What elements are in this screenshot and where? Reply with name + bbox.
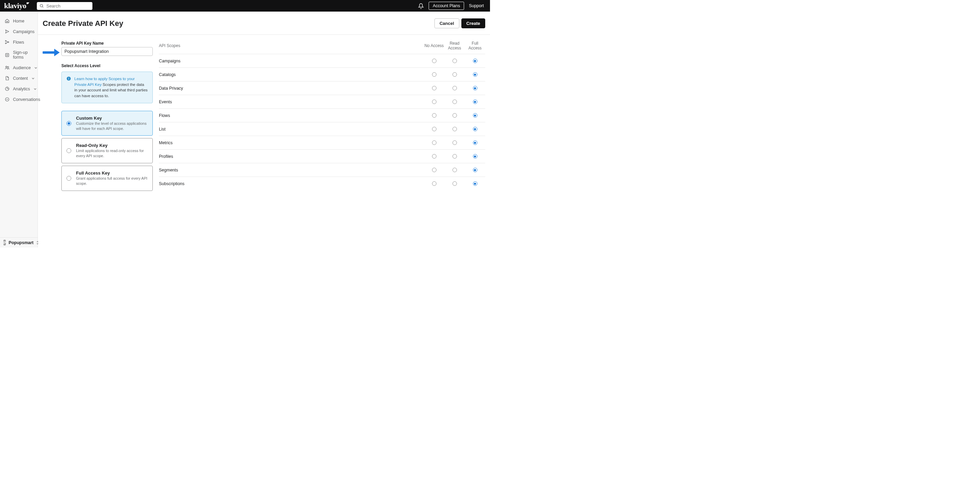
sidebar-item-label: Audience — [13, 65, 31, 70]
cancel-button[interactable]: Cancel — [434, 18, 459, 28]
scope-name: Flows — [159, 113, 424, 118]
scope-radio[interactable] — [473, 72, 477, 77]
scope-radio[interactable] — [473, 113, 477, 118]
sidebar-item-analytics[interactable]: Analytics — [0, 84, 38, 94]
sidebar-item-conversations[interactable]: Conversations — [0, 94, 38, 105]
card-title: Full Access Key — [76, 170, 148, 175]
scope-radio[interactable] — [452, 181, 457, 186]
scope-radio[interactable] — [452, 127, 457, 131]
home-icon — [5, 18, 10, 24]
col-header-noaccess: No Access — [424, 43, 444, 48]
sidebar-item-audience[interactable]: Audience — [0, 62, 38, 73]
people-icon — [5, 65, 10, 70]
search-wrap — [37, 2, 92, 10]
org-name: Popupsmart — [8, 240, 33, 245]
scope-name: Metrics — [159, 140, 424, 145]
pointer-arrow — [43, 41, 58, 193]
flow-icon — [5, 40, 10, 45]
access-level-custom-key[interactable]: Custom KeyCustomize the level of access … — [61, 111, 153, 136]
scope-radio[interactable] — [452, 72, 457, 77]
scope-radio[interactable] — [432, 113, 436, 118]
scope-radio[interactable] — [432, 154, 436, 159]
api-key-name-label: Private API Key Name — [61, 41, 153, 46]
scope-row-segments: Segments — [159, 163, 485, 177]
scope-row-subscriptions: Subscriptions — [159, 177, 485, 190]
scope-radio[interactable] — [452, 86, 457, 90]
svg-line-1 — [42, 6, 43, 8]
sidebar-item-campaigns[interactable]: Campaigns — [0, 26, 38, 37]
scope-row-campaigns: Campaigns — [159, 54, 485, 68]
scope-radio[interactable] — [473, 168, 477, 172]
org-switcher[interactable]: P Popupsmart — [0, 237, 38, 247]
svg-point-0 — [40, 4, 43, 7]
sidebar-item-flows[interactable]: Flows — [0, 37, 38, 48]
scope-row-profiles: Profiles — [159, 150, 485, 163]
chevron-down-icon — [33, 87, 37, 91]
scope-name: Profiles — [159, 154, 424, 159]
card-title: Read-Only Key — [76, 143, 148, 148]
card-title: Custom Key — [76, 116, 148, 121]
scope-row-catalogs: Catalogs — [159, 68, 485, 81]
scope-radio[interactable] — [452, 154, 457, 159]
scope-row-data-privacy: Data Privacy — [159, 81, 485, 95]
scope-radio[interactable] — [432, 86, 436, 90]
radio-icon — [67, 148, 71, 153]
svg-point-14 — [68, 77, 69, 78]
scope-radio[interactable] — [473, 154, 477, 159]
scope-radio[interactable] — [452, 100, 457, 104]
sidebar-item-home[interactable]: Home — [0, 16, 38, 26]
scope-radio[interactable] — [473, 140, 477, 145]
account-plans-button[interactable]: Account Plans — [429, 2, 464, 10]
scope-row-list: List — [159, 123, 485, 136]
access-level-read-only-key[interactable]: Read-Only KeyLimit applications to read-… — [61, 138, 153, 163]
access-level-full-access-key[interactable]: Full Access KeyGrant applications full a… — [61, 166, 153, 191]
scope-radio[interactable] — [432, 181, 436, 186]
scope-radio[interactable] — [473, 86, 477, 90]
scope-radio[interactable] — [432, 72, 436, 77]
scope-radio[interactable] — [452, 140, 457, 145]
brand-logo[interactable]: klaviyo — [3, 2, 30, 10]
doc-icon — [5, 76, 10, 81]
brand-text: klaviyo — [4, 2, 26, 10]
scope-row-metrics: Metrics — [159, 136, 485, 150]
chevron-down-icon — [31, 77, 35, 80]
col-header-scope: API Scopes — [159, 43, 424, 48]
search-input[interactable] — [37, 2, 92, 10]
scope-radio[interactable] — [473, 59, 477, 63]
scopes-column: API Scopes No Access Read Access Full Ac… — [156, 41, 485, 193]
sidebar-item-label: Flows — [13, 40, 24, 45]
card-desc: Customize the level of access applicatio… — [76, 121, 148, 131]
scope-radio[interactable] — [473, 127, 477, 131]
scope-radio[interactable] — [432, 127, 436, 131]
svg-point-9 — [8, 67, 9, 68]
create-button[interactable]: Create — [461, 18, 485, 28]
form-icon — [5, 53, 10, 57]
chat-icon — [5, 97, 10, 102]
sidebar-item-sign-up-forms[interactable]: Sign-up forms — [0, 48, 38, 62]
scope-radio[interactable] — [452, 113, 457, 118]
main: Create Private API Key Cancel Create Pri… — [38, 11, 490, 247]
sidebar-item-content[interactable]: Content — [0, 73, 38, 84]
send-icon — [5, 29, 10, 34]
notifications-icon[interactable] — [418, 3, 424, 9]
col-header-readaccess: Read Access — [444, 41, 465, 51]
topbar-right: Account Plans Support — [418, 2, 487, 10]
scope-radio[interactable] — [452, 168, 457, 172]
scope-name: Catalogs — [159, 72, 424, 77]
scope-radio[interactable] — [432, 59, 436, 63]
sidebar-item-label: Home — [13, 19, 24, 24]
support-link[interactable]: Support — [469, 3, 487, 8]
sidebar-item-label: Analytics — [13, 87, 30, 91]
topbar: klaviyo Account Plans Support — [0, 0, 490, 11]
scope-radio[interactable] — [473, 181, 477, 186]
sidebar-item-label: Sign-up forms — [13, 50, 34, 60]
api-key-name-input[interactable] — [61, 47, 153, 56]
scope-radio[interactable] — [432, 168, 436, 172]
form-column: Private API Key Name Select Access Level… — [61, 41, 153, 193]
scope-radio[interactable] — [452, 59, 457, 63]
scope-radio[interactable] — [432, 140, 436, 145]
scope-radio[interactable] — [432, 100, 436, 104]
card-desc: Limit applications to read-only access f… — [76, 148, 148, 159]
radio-icon — [67, 176, 71, 181]
scope-radio[interactable] — [473, 100, 477, 104]
